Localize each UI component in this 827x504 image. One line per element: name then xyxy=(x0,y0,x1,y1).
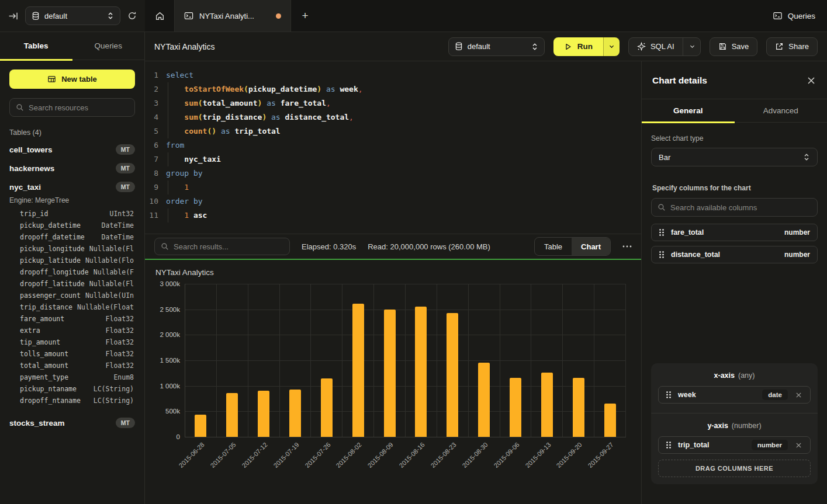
drag-handle-icon[interactable] xyxy=(659,251,665,259)
database-selector-value: default xyxy=(468,42,527,51)
results-search-input[interactable] xyxy=(174,242,283,251)
queries-button[interactable]: Queries xyxy=(773,11,815,20)
column-row[interactable]: dropoff_ntanameLC(String) xyxy=(0,395,144,406)
editor-line[interactable]: 6from xyxy=(145,138,641,152)
remove-column-button[interactable] xyxy=(794,391,803,399)
column-name: tolls_amount xyxy=(20,349,68,359)
column-row[interactable]: pickup_longitudeNullable(Fl xyxy=(0,243,144,255)
column-name: dropoff_datetime xyxy=(20,232,85,242)
column-row[interactable]: total_amountFloat32 xyxy=(0,360,144,371)
sql-ai-caret[interactable] xyxy=(683,38,695,55)
code-line: nyc_taxi xyxy=(166,152,641,166)
home-icon xyxy=(155,11,165,21)
columns-search[interactable] xyxy=(651,198,818,217)
column-row[interactable]: fare_amountFloat32 xyxy=(0,313,144,325)
column-chip-name: fare_total xyxy=(671,228,704,237)
remove-column-button[interactable] xyxy=(794,441,803,450)
table-row-nyc-taxi[interactable]: nyc_taxi MT xyxy=(0,178,144,196)
column-row[interactable]: passenger_countNullable(UIn xyxy=(0,290,144,301)
drag-handle-icon[interactable] xyxy=(666,391,672,399)
editor-line[interactable]: 8group by xyxy=(145,166,641,180)
chart-column: 2015-09-13 xyxy=(531,284,563,437)
view-toggle: Table Chart xyxy=(534,237,611,256)
drag-handle-icon[interactable] xyxy=(666,441,672,449)
editor-line[interactable]: 5 count() as trip_total xyxy=(145,124,641,138)
column-chip-name: trip_total xyxy=(678,441,709,449)
column-chip-fare_total[interactable]: fare_totalnumber xyxy=(651,224,818,241)
run-main[interactable]: Run xyxy=(553,37,603,56)
editor-line[interactable]: 9 1 xyxy=(145,180,641,194)
column-chip-trip_total[interactable]: trip_totalnumber xyxy=(658,436,811,454)
editor-line[interactable]: 11 1 asc xyxy=(145,208,641,223)
refresh-button[interactable] xyxy=(127,11,137,20)
column-row[interactable]: pickup_datetimeDateTime xyxy=(0,220,144,231)
editor-line[interactable]: 1select xyxy=(145,68,641,82)
tab-advanced[interactable]: Advanced xyxy=(735,99,827,122)
home-tab[interactable] xyxy=(145,0,174,32)
tab-general[interactable]: General xyxy=(642,99,735,122)
ellipsis-icon xyxy=(622,245,632,248)
drag-handle-icon[interactable] xyxy=(659,228,665,237)
editor-line[interactable]: 10order by xyxy=(145,194,641,208)
search-icon xyxy=(658,203,666,211)
chart-column: 2015-08-16 xyxy=(406,284,437,437)
editor-line[interactable]: 3 sum(total_amount) as fare_total, xyxy=(145,96,641,110)
chart-view-toggle[interactable]: Chart xyxy=(572,238,610,255)
column-chip-distance_total[interactable]: distance_totalnumber xyxy=(651,246,818,263)
save-button[interactable]: Save xyxy=(710,37,758,56)
run-button[interactable]: Run xyxy=(553,37,620,56)
more-options-button[interactable] xyxy=(622,245,632,248)
column-row[interactable]: tolls_amountFloat32 xyxy=(0,348,144,360)
column-row[interactable]: trip_distanceNullable(Float xyxy=(0,301,144,313)
sidebar-tab-tables[interactable]: Tables xyxy=(0,32,72,60)
share-button[interactable]: Share xyxy=(766,37,818,56)
chart-column: 2015-09-27 xyxy=(594,284,626,437)
table-row-cell-towers[interactable]: cell_towers MT xyxy=(0,140,144,159)
table-row-hackernews[interactable]: hackernews MT xyxy=(0,159,144,178)
chart-type-select[interactable]: Bar xyxy=(651,148,818,166)
column-row[interactable]: pickup_ntanameLC(String) xyxy=(0,383,144,395)
column-row[interactable]: dropoff_longitudeNullable(F xyxy=(0,266,144,278)
tab-nytaxi-analytics[interactable]: NYTaxi Analyti... xyxy=(174,0,291,32)
column-row[interactable]: trip_idUInt32 xyxy=(0,208,144,220)
chart-title: NYTaxi Analytics xyxy=(155,268,627,277)
editor-line[interactable]: 4 sum(trip_distance) as distance_total, xyxy=(145,110,641,124)
line-number: 11 xyxy=(145,208,166,223)
table-view-toggle[interactable]: Table xyxy=(535,238,572,255)
run-database-selector[interactable]: default xyxy=(448,37,545,56)
drop-zone[interactable]: DRAG COLUMNS HERE xyxy=(658,460,811,477)
sidebar-search[interactable] xyxy=(9,98,135,117)
bar xyxy=(510,378,521,437)
column-chip-week[interactable]: weekdate xyxy=(658,386,811,404)
table-row-stocks-stream[interactable]: stocks_stream MT xyxy=(0,413,144,432)
new-table-button[interactable]: New table xyxy=(9,69,135,89)
column-row[interactable]: dropoff_datetimeDateTime xyxy=(0,231,144,243)
sidebar-search-input[interactable] xyxy=(29,103,129,112)
code-line: sum(trip_distance) as distance_total, xyxy=(166,110,641,124)
chart-details-panel: Chart details General Advanced Select ch… xyxy=(641,61,827,504)
run-options-caret[interactable] xyxy=(603,37,620,56)
column-type: Nullable(F xyxy=(94,267,134,277)
sql-ai-button[interactable]: SQL AI xyxy=(628,37,701,56)
column-type-badge: number xyxy=(752,440,788,450)
column-row[interactable]: extraFloat32 xyxy=(0,325,144,336)
axis-divider xyxy=(651,413,818,413)
columns-search-input[interactable] xyxy=(670,203,811,212)
column-row[interactable]: payment_typeEnum8 xyxy=(0,371,144,383)
editor-line[interactable]: 2 toStartOfWeek(pickup_datetime) as week… xyxy=(145,82,641,96)
column-row[interactable]: tip_amountFloat32 xyxy=(0,336,144,348)
editor-line[interactable]: 7 nyc_taxi xyxy=(145,152,641,166)
x-axis-tick-label: 2015-08-16 xyxy=(398,441,426,469)
sql-editor[interactable]: 1select2 toStartOfWeek(pickup_datetime) … xyxy=(145,61,641,234)
new-tab-button[interactable]: + xyxy=(291,0,319,32)
close-panel-button[interactable] xyxy=(806,75,816,86)
sidebar-tab-queries[interactable]: Queries xyxy=(72,32,145,60)
collapse-sidebar-button[interactable] xyxy=(8,11,18,21)
column-row[interactable]: dropoff_latitudeNullable(Fl xyxy=(0,278,144,290)
line-number: 7 xyxy=(145,152,166,166)
column-row[interactable]: pickup_latitudeNullable(Flo xyxy=(0,255,144,266)
bar xyxy=(573,378,584,437)
y-axis-tick-label: 1 500k xyxy=(160,357,180,364)
results-search[interactable] xyxy=(154,238,290,255)
database-selector[interactable]: default xyxy=(25,6,120,25)
